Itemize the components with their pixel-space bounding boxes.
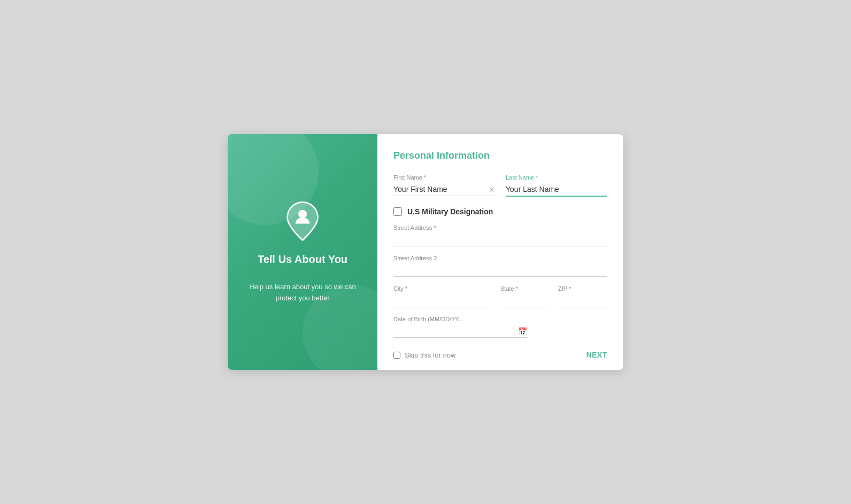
street-address-section: Street Address * [393, 224, 607, 246]
last-name-input[interactable] [506, 183, 607, 197]
skip-checkbox[interactable] [393, 352, 400, 359]
left-panel: Tell Us About You Help us learn about yo… [228, 134, 377, 370]
city-state-zip-row: City * State * ZIP * [393, 285, 607, 307]
dob-section: Date of Birth (MM/DD/YY... 📅 [393, 316, 607, 338]
street-address-input[interactable] [393, 233, 607, 246]
street-address2-section: Street Address 2 [393, 255, 607, 277]
main-card: Tell Us About You Help us learn about yo… [228, 134, 623, 370]
military-checkbox-row: U.S Military Designation [393, 207, 607, 216]
first-name-label: First Name * [393, 174, 495, 181]
clear-icon: ✕ [489, 185, 495, 194]
zip-field: ZIP * [558, 285, 607, 307]
dob-label: Date of Birth (MM/DD/YY... [393, 316, 527, 322]
skip-label: Skip this for now [405, 351, 455, 359]
dob-input-wrapper: 📅 [393, 324, 527, 338]
military-checkbox[interactable] [393, 207, 402, 216]
zip-input[interactable] [558, 294, 607, 307]
right-panel: Personal Information First Name * ✕ Last… [377, 134, 623, 370]
street-address2-field: Street Address 2 [393, 255, 607, 277]
state-input[interactable] [500, 294, 550, 307]
first-name-input-wrapper: ✕ [393, 183, 495, 196]
street-address-label: Street Address * [393, 224, 607, 231]
svg-point-0 [298, 210, 307, 219]
footer-row: Skip this for now NEXT [393, 346, 607, 359]
next-button[interactable]: NEXT [586, 351, 607, 359]
zip-label: ZIP * [558, 285, 607, 292]
street-address2-label: Street Address 2 [393, 255, 607, 261]
last-name-field: Last Name * [506, 174, 607, 197]
dob-input[interactable] [393, 324, 527, 338]
calendar-icon: 📅 [518, 327, 527, 336]
location-person-icon [281, 200, 324, 243]
first-name-input[interactable] [393, 183, 495, 196]
state-field: State * [500, 285, 550, 307]
military-label: U.S Military Designation [407, 207, 493, 216]
city-field: City * [393, 285, 492, 307]
last-name-label: Last Name * [506, 174, 607, 181]
first-name-field: First Name * ✕ [393, 174, 495, 197]
skip-row: Skip this for now [393, 351, 455, 359]
name-row: First Name * ✕ Last Name * [393, 174, 607, 197]
street-address2-input[interactable] [393, 263, 607, 277]
section-title: Personal Information [393, 150, 607, 161]
left-subtitle: Help us learn about you so we can protec… [244, 282, 361, 304]
state-label: State * [500, 285, 550, 292]
city-label: City * [393, 285, 492, 292]
left-title: Tell Us About You [258, 253, 347, 266]
dob-field: Date of Birth (MM/DD/YY... 📅 [393, 316, 527, 338]
street-address-field: Street Address * [393, 224, 607, 246]
city-input[interactable] [393, 294, 492, 307]
